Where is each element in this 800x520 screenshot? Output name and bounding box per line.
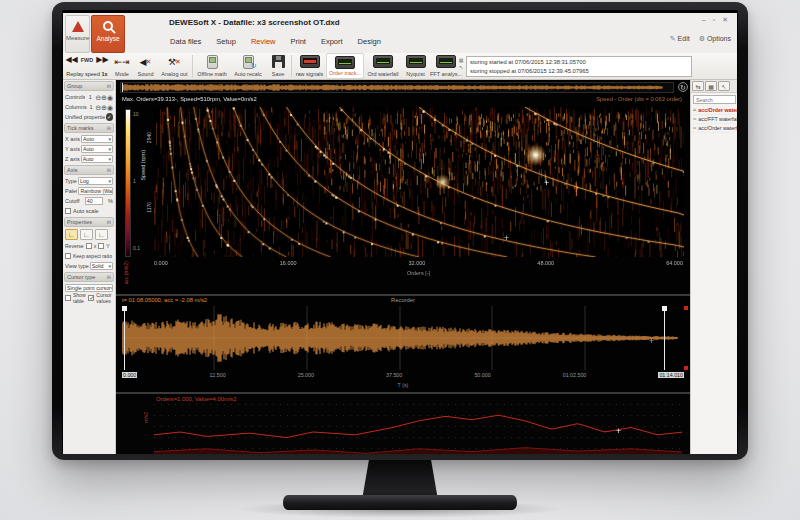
waterfall-status: Max. Orders=39.313-, Speed=510rpm, Value… <box>122 96 257 102</box>
cutoff-input[interactable]: 40 <box>85 197 103 205</box>
order-time-chart-canvas[interactable] <box>154 404 684 454</box>
replay-controls[interactable]: ◀◀ FWD ▶▶ Replay speed 1x <box>63 53 111 79</box>
section-cursor[interactable]: Cursor type⊟ <box>64 272 114 282</box>
mute-speaker-icon: ◀✕ <box>140 55 152 68</box>
keep-aspect-row: Keep aspect ratio <box>63 251 115 261</box>
graph-type-2d-button[interactable]: ∟ <box>65 229 78 240</box>
minimize-button[interactable]: – <box>702 16 706 24</box>
recorder-cursor-cross[interactable]: + <box>649 338 654 344</box>
axis-marker-bottom[interactable] <box>684 366 688 370</box>
raw-signals-icon <box>300 55 320 68</box>
channel-item-order-waterfall[interactable]: ≈ acc/Order waterfall <box>691 106 737 115</box>
main-area: Group⊟ Controls 1 ⊖⊕◉ Columns 1 ⊖⊕◉ Unif… <box>63 80 737 454</box>
fast-forward-icon[interactable]: ▶▶ <box>96 55 108 64</box>
rewind-icon[interactable]: ◀◀ <box>65 55 77 64</box>
section-tick-marks[interactable]: Tick marks⊟ <box>64 123 114 133</box>
order-waterfall-button[interactable]: Ord waterfall <box>364 53 402 79</box>
palette-select[interactable]: Rainbow (Warm)▾ <box>78 187 113 195</box>
raw-signals-button[interactable]: raw signals <box>293 53 326 79</box>
overview-waveform-canvas[interactable] <box>123 83 663 92</box>
edit-button[interactable]: ✎ Edit <box>670 35 690 43</box>
recorder-title: Recorder <box>116 297 690 303</box>
colorbar-tick: 0.1 <box>133 245 140 251</box>
section-properties[interactable]: Properties⊟ <box>64 217 114 227</box>
controls-stepper[interactable]: ⊖⊕◉ <box>95 94 113 101</box>
overview-strip[interactable] <box>120 82 674 93</box>
mode-tabs: Measure Analyse <box>65 15 125 53</box>
order-time-cursor-cross[interactable]: + <box>616 428 621 434</box>
auto-scale-checkbox[interactable] <box>65 208 71 214</box>
chevron-down-icon: ▾ <box>108 136 111 142</box>
z-axis-select[interactable]: Auto▾ <box>81 155 113 163</box>
menu-review[interactable]: Review <box>251 37 276 46</box>
refresh-icon[interactable]: ↻ <box>678 82 688 92</box>
graph-type-3d-button[interactable]: ∟ <box>80 229 93 240</box>
cursor-type-select[interactable]: Single point cursor▾ <box>65 284 113 292</box>
recorder-left-cursor[interactable] <box>124 306 125 370</box>
collapse-icon[interactable]: ⊟ <box>107 83 111 89</box>
monitor-stand-neck <box>362 456 438 500</box>
collapse-icon[interactable]: ⊟ <box>107 125 111 131</box>
select-pointer-icon[interactable]: ↖ <box>718 81 730 91</box>
nyquist-button[interactable]: Nyquist <box>402 53 429 79</box>
scale-type-select[interactable]: Log▾ <box>78 177 113 185</box>
unified-properties-toggle[interactable]: ✓ <box>106 113 113 121</box>
recorder-panel: t= 01:08.05000, acc = -2.08 m/s2 Recorde… <box>116 294 690 392</box>
auto-recalc-button[interactable]: ↻ Auto recalc <box>230 53 266 79</box>
reverse-y-checkbox[interactable] <box>98 243 104 249</box>
section-group[interactable]: Group⊟ <box>64 81 114 91</box>
waterfall-cursor-cross-2[interactable]: + <box>504 235 509 241</box>
waterfall-cursor-cross[interactable]: + <box>544 180 549 186</box>
reverse-x-checkbox[interactable] <box>86 243 92 249</box>
menu-setup[interactable]: Setup <box>216 37 236 46</box>
sound-button[interactable]: ◀✕ Sound <box>133 53 158 79</box>
waterfall-spectrogram-canvas[interactable] <box>154 107 684 257</box>
analog-out-button[interactable]: ⚒✕ Analog out <box>158 53 191 79</box>
recorder-right-cursor[interactable] <box>664 306 665 370</box>
channel-item-order-waterfall-time[interactable]: ≈ acc/Order waterfall[time] <box>691 124 737 133</box>
grid-view-icon[interactable]: ▦ <box>705 81 717 91</box>
mode-button[interactable]: ⇤⇥ Mode <box>111 53 133 79</box>
menu-data-files[interactable]: Data files <box>170 37 201 46</box>
recorder-x-axis-label: T (s) <box>116 382 690 388</box>
save-button[interactable]: Save <box>266 53 290 79</box>
menu-export[interactable]: Export <box>321 37 343 46</box>
x-axis-select[interactable]: Auto▾ <box>81 135 113 143</box>
show-table-checkbox[interactable] <box>65 295 71 301</box>
tab-measure[interactable]: Measure <box>65 15 90 53</box>
collapse-icon[interactable]: ⊟ <box>107 219 111 225</box>
collapse-icon[interactable]: ⊟ <box>107 167 111 173</box>
screen: Measure Analyse DEWESoft X - Datafile: x… <box>62 10 738 454</box>
fft-analysis-icon <box>436 55 456 68</box>
graph-type-iso-button[interactable]: ∟ <box>95 229 108 240</box>
channel-setup-icon[interactable]: ⇆ <box>692 81 704 91</box>
fwd-label: FWD <box>81 57 94 63</box>
options-button[interactable]: ⚙ Options <box>699 35 731 43</box>
close-button[interactable]: ✕ <box>722 16 728 24</box>
recorder-waveform-canvas[interactable] <box>122 306 678 370</box>
waterfall-y-axis-label: Speed (rpm) <box>140 150 146 181</box>
channel-item-fft-waterfall[interactable]: ≈ acc/FFT waterfall <box>691 115 737 124</box>
axis-marker-top[interactable] <box>684 306 688 310</box>
controls-value: 1 <box>89 94 92 100</box>
keep-aspect-checkbox[interactable] <box>65 253 71 259</box>
replay-speed-value[interactable]: 1x <box>102 71 108 77</box>
order-tracking-button[interactable]: Order track... <box>326 53 364 79</box>
maximize-button[interactable]: ▫ <box>713 16 715 24</box>
colorbar-tick: 10 <box>133 111 139 117</box>
cursor-values-checkbox[interactable] <box>88 295 94 301</box>
section-axis[interactable]: Axis⊟ <box>64 165 114 175</box>
collapse-icon[interactable]: ⊟ <box>107 274 111 280</box>
storing-log-box[interactable]: storing started at 07/06/2015 12:38:31.0… <box>466 56 692 77</box>
columns-stepper[interactable]: ⊖⊕◉ <box>95 104 113 111</box>
menu-print[interactable]: Print <box>290 37 305 46</box>
search-input[interactable] <box>693 95 736 104</box>
y-axis-select[interactable]: Auto▾ <box>81 145 113 153</box>
waterfall-colorbar <box>125 109 131 257</box>
view-type-select[interactable]: Solid▾ <box>90 262 113 270</box>
menu-design[interactable]: Design <box>358 37 381 46</box>
overview-position-marker[interactable] <box>122 83 123 92</box>
offline-math-button[interactable]: Offline math <box>194 53 230 79</box>
toolbar: ◀◀ FWD ▶▶ Replay speed 1x ⇤⇥ Mode ◀✕ Sou… <box>63 53 737 80</box>
tab-analyse[interactable]: Analyse <box>91 15 125 53</box>
